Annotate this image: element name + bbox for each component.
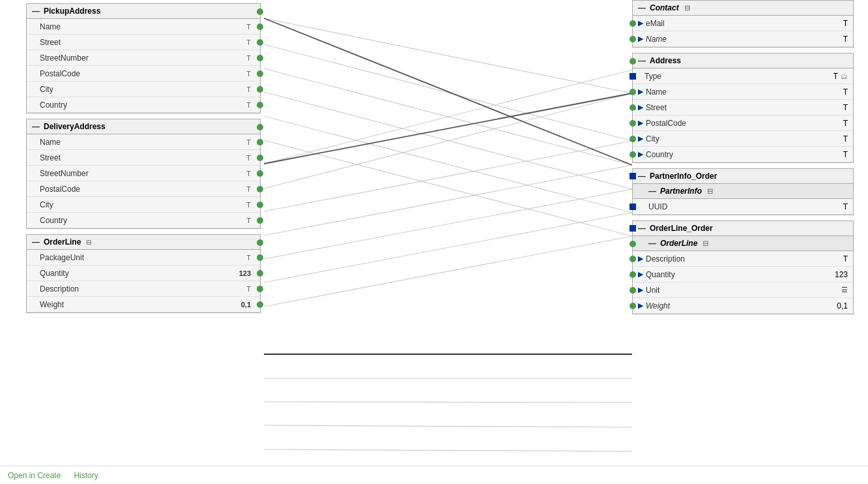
partner-info-order-header: — PartnerInfo_Order: [633, 169, 853, 184]
orderline-order-square: [629, 225, 636, 232]
delivery-postalcode-row: PostalCode T: [27, 181, 260, 197]
delivery-postalcode-wrapper: PostalCode T: [27, 181, 260, 197]
partner-info-copy-icon: ⊟: [707, 187, 713, 196]
delivery-street-type: T: [246, 154, 251, 162]
address-name-row: ▶ Name T: [633, 84, 853, 100]
orderline-block: — OrderLine ⊟ PackageUnit T Quantity 123: [26, 234, 261, 313]
svg-line-8: [264, 141, 632, 211]
address-country-type: T: [843, 150, 848, 159]
address-type-label: Type: [644, 72, 833, 81]
orderline-header-dot: [257, 239, 263, 246]
orderline-description-dot: [257, 286, 263, 292]
orderline-header-wrapper: — OrderLine ⊟: [27, 235, 260, 250]
partner-info-order-title: PartnerInfo_Order: [650, 172, 717, 181]
delivery-postalcode-label: PostalCode: [40, 185, 246, 194]
delivery-city-dot: [257, 202, 263, 208]
left-panel: — PickupAddress Name T Street T: [26, 3, 261, 318]
pickup-address-collapse[interactable]: —: [32, 7, 40, 16]
partner-uuid-type: T: [843, 202, 848, 211]
delivery-address-block: — DeliveryAddress Name T Street T: [26, 119, 261, 229]
pickup-street-row: Street T: [27, 35, 260, 50]
contact-email-label: eMail: [646, 19, 843, 28]
partner-info-collapse[interactable]: —: [648, 187, 656, 196]
address-country-row: ▶ Country T: [633, 147, 853, 162]
delivery-street-label: Street: [40, 153, 246, 162]
contact-name-dot: [629, 36, 636, 42]
orderline-collapse[interactable]: —: [32, 237, 40, 247]
pickup-streetnumber-label: StreetNumber: [40, 53, 246, 63]
pickup-postalcode-dot: [257, 70, 263, 77]
orderline-quantity-value: 123: [239, 269, 251, 277]
orderline-description-type: T: [246, 285, 251, 293]
delivery-streetnumber-label: StreetNumber: [40, 169, 246, 178]
address-postalcode-arrow: ▶: [638, 119, 643, 127]
delivery-name-dot: [257, 139, 263, 145]
address-country-wrapper: ▶ Country T: [633, 147, 853, 162]
pickup-street-dot: [257, 39, 263, 46]
svg-line-1: [264, 44, 632, 141]
delivery-streetnumber-wrapper: StreetNumber T: [27, 166, 260, 181]
delivery-address-title: DeliveryAddress: [44, 122, 106, 131]
address-block: — Address Type T 🗂 ▶: [632, 53, 854, 163]
address-postalcode-row: ▶ PostalCode T: [633, 115, 853, 131]
partner-uuid-wrapper: UUID T: [633, 199, 853, 215]
pickup-street-label: Street: [40, 38, 246, 47]
pickup-country-label: Country: [40, 100, 246, 110]
contact-name-type: T: [843, 35, 848, 44]
delivery-streetnumber-row: StreetNumber T: [27, 166, 260, 181]
svg-line-6: [264, 70, 632, 164]
right-quantity-row: ▶ Quantity 123: [633, 267, 853, 282]
address-type-row: Type T 🗂: [633, 68, 853, 84]
pickup-streetnumber-dot: [257, 55, 263, 61]
pickup-street-type: T: [246, 38, 251, 46]
partner-info-order-collapse[interactable]: —: [638, 172, 646, 181]
partner-info-title: PartnerInfo: [660, 187, 702, 196]
right-unit-wrapper: ▶ Unit ☰: [633, 282, 853, 298]
right-weight-label: Weight: [646, 301, 837, 310]
contact-email-type: T: [843, 19, 848, 28]
address-street-arrow: ▶: [638, 103, 643, 112]
orderline-quantity-dot: [257, 270, 263, 277]
contact-block: — Contact ⊟ ▶ eMail T ▶ Name T: [632, 0, 854, 48]
orderline-sub-header-wrapper: — OrderLine ⊟: [633, 236, 853, 251]
contact-email-row: ▶ eMail T: [633, 16, 853, 31]
orderline-sub-header: — OrderLine ⊟: [633, 236, 853, 251]
delivery-name-label: Name: [40, 138, 246, 147]
delivery-country-row: Country T: [27, 213, 260, 228]
delivery-address-header-wrapper: — DeliveryAddress: [27, 119, 260, 134]
address-city-dot: [629, 136, 636, 142]
delivery-name-wrapper: Name T: [27, 134, 260, 150]
contact-name-wrapper: ▶ Name T: [633, 31, 853, 47]
delivery-streetnumber-type: T: [246, 170, 251, 177]
address-header: — Address: [633, 53, 853, 68]
orderline-quantity-row: Quantity 123: [27, 265, 260, 281]
address-postalcode-type: T: [843, 119, 848, 128]
address-street-type: T: [843, 103, 848, 112]
right-unit-row: ▶ Unit ☰: [633, 282, 853, 298]
pickup-address-block: — PickupAddress Name T Street T: [26, 3, 261, 113]
address-street-label: Street: [646, 103, 843, 112]
history-link[interactable]: History: [74, 471, 98, 480]
address-street-row: ▶ Street T: [633, 100, 853, 115]
contact-collapse[interactable]: —: [638, 3, 646, 12]
right-weight-value: 0,1: [837, 301, 848, 310]
orderline-header: — OrderLine ⊟: [27, 235, 260, 250]
partner-uuid-label: UUID: [648, 202, 843, 211]
delivery-city-row: City T: [27, 197, 260, 213]
pickup-address-title: PickupAddress: [44, 7, 100, 16]
right-quantity-label: Quantity: [646, 270, 835, 279]
delivery-address-collapse[interactable]: —: [32, 122, 40, 131]
delivery-street-wrapper: Street T: [27, 150, 260, 166]
open-in-create-link[interactable]: Open in Create: [8, 471, 61, 480]
orderline-sub-collapse[interactable]: —: [648, 239, 656, 248]
pickup-streetnumber-type: T: [246, 54, 251, 62]
address-city-label: City: [646, 134, 843, 144]
orderline-order-collapse[interactable]: —: [638, 224, 646, 233]
address-country-arrow: ▶: [638, 150, 643, 159]
address-street-wrapper: ▶ Street T: [633, 100, 853, 115]
address-collapse[interactable]: —: [638, 56, 646, 65]
delivery-city-type: T: [246, 201, 251, 209]
address-header-wrapper: — Address: [633, 53, 853, 68]
partner-uuid-square: [629, 204, 636, 210]
svg-line-18: [264, 93, 632, 164]
